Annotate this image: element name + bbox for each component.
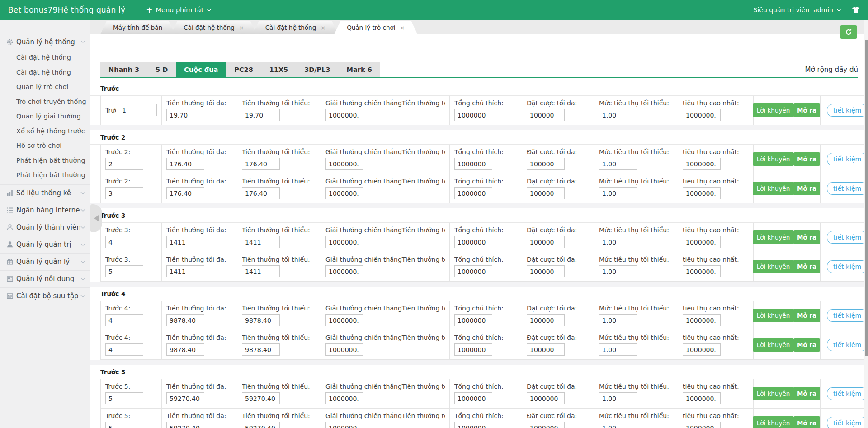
max-consume-input[interactable] — [683, 314, 721, 326]
game-tab[interactable]: 5 D — [147, 62, 176, 77]
min-bonus-input[interactable] — [242, 314, 280, 326]
advice-button[interactable]: Lời khuyên — [753, 387, 794, 400]
close-icon[interactable]: × — [321, 25, 326, 31]
save-button[interactable]: tiết kiệm — [827, 104, 868, 117]
game-tab[interactable]: Mark 6 — [339, 62, 380, 77]
sidebar-item[interactable]: Phát hiện bất thường — [0, 153, 90, 168]
expand-full-button[interactable]: Mở rộng đầy đủ — [805, 66, 858, 77]
open-button[interactable]: Mở ra — [793, 309, 820, 322]
max-bonus-input[interactable] — [166, 314, 204, 326]
win-prize-max-input[interactable] — [326, 187, 363, 199]
min-consume-input[interactable] — [599, 236, 637, 248]
total-note-input[interactable] — [454, 109, 492, 121]
win-prize-max-input[interactable] — [326, 314, 363, 326]
win-prize-max-input[interactable] — [326, 236, 363, 248]
window-tab[interactable]: Quản lý trò chơi× — [334, 21, 417, 34]
total-note-input[interactable] — [454, 422, 492, 428]
max-bonus-input[interactable] — [166, 343, 204, 356]
win-prize-max-input[interactable] — [326, 158, 363, 170]
window-tab[interactable]: Cài đặt hệ thống× — [253, 21, 338, 34]
max-bonus-input[interactable] — [166, 422, 204, 428]
sidebar-group-4[interactable]: Quản lý thành viên — [0, 219, 90, 236]
max-bet-input[interactable] — [527, 314, 565, 326]
min-bonus-input[interactable] — [242, 265, 280, 277]
min-consume-input[interactable] — [599, 187, 637, 199]
sidebar-group-8[interactable]: Cài đặt bộ sưu tập — [0, 288, 90, 305]
max-bonus-input[interactable] — [166, 109, 204, 121]
total-note-input[interactable] — [454, 187, 492, 199]
advice-button[interactable]: Lời khuyên — [753, 338, 794, 352]
sidebar-item[interactable]: Cài đặt hệ thống — [0, 50, 90, 65]
win-prize-max-input[interactable] — [326, 265, 363, 277]
max-bonus-input[interactable] — [166, 158, 204, 170]
window-tab[interactable]: Cài đặt hệ thống× — [171, 21, 256, 34]
row-number-input[interactable] — [105, 265, 143, 277]
min-consume-input[interactable] — [599, 158, 637, 170]
game-tab[interactable]: 11X5 — [261, 62, 296, 77]
save-button[interactable]: tiết kiệm — [827, 260, 868, 273]
open-button[interactable]: Mở ra — [793, 230, 820, 244]
game-tab[interactable]: PC28 — [226, 62, 261, 77]
win-prize-max-input[interactable] — [326, 109, 363, 121]
max-consume-input[interactable] — [683, 343, 721, 356]
sidebar-group-1[interactable]: Quản lý hệ thống — [0, 33, 90, 50]
scrollbar-thumb[interactable] — [865, 40, 868, 356]
min-consume-input[interactable] — [599, 343, 637, 356]
max-bet-input[interactable] — [527, 187, 565, 199]
max-bet-input[interactable] — [527, 392, 565, 404]
sidebar-item[interactable]: Trò chơi truyền thống — [0, 94, 90, 109]
max-consume-input[interactable] — [683, 392, 721, 404]
min-consume-input[interactable] — [599, 265, 637, 277]
min-consume-input[interactable] — [599, 314, 637, 326]
max-bet-input[interactable] — [527, 422, 565, 428]
shortcut-menu-button[interactable]: + Menu phím tắt — [146, 5, 212, 14]
open-button[interactable]: Mở ra — [793, 182, 820, 195]
total-note-input[interactable] — [454, 314, 492, 326]
save-button[interactable]: tiết kiệm — [827, 309, 868, 322]
save-button[interactable]: tiết kiệm — [827, 387, 868, 400]
min-bonus-input[interactable] — [242, 343, 280, 356]
max-consume-input[interactable] — [683, 187, 721, 199]
min-bonus-input[interactable] — [242, 109, 280, 121]
max-bonus-input[interactable] — [166, 187, 204, 199]
row-number-input[interactable] — [105, 158, 143, 170]
total-note-input[interactable] — [454, 158, 492, 170]
user-menu[interactable]: admin — [813, 6, 841, 14]
total-note-input[interactable] — [454, 265, 492, 277]
save-button[interactable]: tiết kiệm — [827, 339, 868, 351]
max-consume-input[interactable] — [683, 265, 721, 277]
sidebar-group-7[interactable]: Quản lý nội dung — [0, 271, 90, 287]
row-number-input[interactable] — [119, 104, 157, 116]
row-number-input[interactable] — [105, 343, 143, 356]
sidebar-item[interactable]: Quản lý trò chơi — [0, 80, 90, 94]
min-consume-input[interactable] — [599, 109, 637, 121]
max-consume-input[interactable] — [683, 158, 721, 170]
advice-button[interactable]: Lời khuyên — [753, 152, 794, 166]
total-note-input[interactable] — [454, 343, 492, 356]
sidebar-group-5[interactable]: Quản lý quản trị — [0, 236, 90, 253]
sidebar-item[interactable]: Cài đặt hệ thống — [0, 65, 90, 80]
refresh-button[interactable] — [840, 25, 857, 39]
row-number-input[interactable] — [105, 314, 143, 326]
game-tab[interactable]: Cuộc đua — [176, 62, 226, 77]
min-bonus-input[interactable] — [242, 158, 280, 170]
sidebar-item[interactable]: Quản lý giải thưởng — [0, 109, 90, 124]
max-consume-input[interactable] — [683, 422, 721, 428]
save-button[interactable]: tiết kiệm — [827, 231, 868, 244]
close-icon[interactable]: × — [400, 25, 405, 31]
min-consume-input[interactable] — [599, 392, 637, 404]
sidebar-collapse-handle[interactable] — [90, 204, 102, 232]
row-number-input[interactable] — [105, 422, 143, 428]
max-bet-input[interactable] — [527, 265, 565, 277]
game-tab[interactable]: Nhanh 3 — [100, 62, 147, 77]
row-number-input[interactable] — [105, 392, 143, 404]
sidebar-item[interactable]: Hồ sơ trò chơi — [0, 138, 90, 153]
save-button[interactable]: tiết kiệm — [827, 153, 868, 165]
max-consume-input[interactable] — [683, 236, 721, 248]
open-button[interactable]: Mở ra — [793, 338, 820, 352]
advice-button[interactable]: Lời khuyên — [753, 182, 794, 195]
open-button[interactable]: Mở ra — [793, 416, 820, 428]
save-button[interactable]: tiết kiệm — [827, 182, 868, 195]
max-bet-input[interactable] — [527, 158, 565, 170]
open-button[interactable]: Mở ra — [793, 260, 820, 273]
